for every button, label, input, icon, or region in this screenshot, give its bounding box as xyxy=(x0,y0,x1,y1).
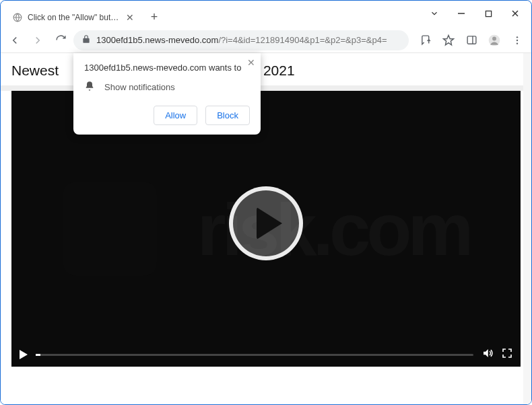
svg-rect-2 xyxy=(486,11,491,16)
popup-title: 1300efd1b5.news-mevedo.com wants to xyxy=(84,63,250,73)
reload-button[interactable] xyxy=(51,30,71,50)
svg-rect-5 xyxy=(467,36,476,44)
tab-favicon-globe-icon xyxy=(13,12,22,23)
progress-bar[interactable] xyxy=(36,354,473,356)
popup-close-icon[interactable]: ✕ xyxy=(247,57,255,68)
play-button[interactable] xyxy=(229,186,303,260)
svg-point-11 xyxy=(517,42,518,44)
minimize-icon[interactable] xyxy=(448,3,475,24)
svg-point-10 xyxy=(517,39,518,40)
address-bar[interactable]: 1300efd1b5.news-mevedo.com/?i=4&id=12189… xyxy=(73,30,409,50)
watermark-badge xyxy=(63,182,157,276)
toolbar-right-icons xyxy=(415,30,527,50)
fullscreen-icon[interactable] xyxy=(502,348,512,361)
vertical-scrollbar[interactable] xyxy=(523,53,531,404)
bookmark-star-icon[interactable] xyxy=(438,30,459,50)
progress-fill xyxy=(36,354,40,356)
popup-message: Show notifications xyxy=(104,82,175,92)
volume-icon[interactable] xyxy=(481,347,494,362)
share-icon[interactable] xyxy=(415,30,436,50)
maximize-icon[interactable] xyxy=(475,3,502,24)
tab-close-icon[interactable]: ✕ xyxy=(126,12,135,23)
chevron-down-icon[interactable] xyxy=(421,3,448,24)
controls-play-icon[interactable] xyxy=(20,350,28,359)
page-content: Newest in 2021 risk.com ✕ 1300efd1b5.new… xyxy=(1,53,531,404)
popup-message-row: Show notifications xyxy=(84,81,250,94)
svg-point-9 xyxy=(517,36,518,38)
side-panel-icon[interactable] xyxy=(461,30,481,50)
window-titlebar: Click on the "Allow" button to pl... ✕ + xyxy=(1,1,531,28)
lock-icon xyxy=(81,34,91,46)
window-controls xyxy=(421,3,529,24)
heading-prefix: Newest xyxy=(11,63,59,78)
play-icon xyxy=(257,207,282,240)
kebab-menu-icon[interactable] xyxy=(507,30,527,50)
allow-button[interactable]: Allow xyxy=(154,106,197,125)
back-button[interactable] xyxy=(5,30,25,50)
bell-icon xyxy=(84,81,95,94)
new-tab-button[interactable]: + xyxy=(145,7,164,26)
popup-actions: Allow Block xyxy=(84,106,250,125)
browser-tab[interactable]: Click on the "Allow" button to pl... ✕ xyxy=(6,7,141,28)
player-controls xyxy=(11,342,521,367)
url-host: 1300efd1b5.news-mevedo.com xyxy=(96,35,218,45)
url-text: 1300efd1b5.news-mevedo.com/?i=4&id=12189… xyxy=(96,35,387,45)
url-path: /?i=4&id=1218914904&p1=&p2=&p3=&p4= xyxy=(218,35,387,45)
tab-title: Click on the "Allow" button to pl... xyxy=(28,13,121,22)
profile-avatar-icon[interactable] xyxy=(484,30,504,50)
forward-button[interactable] xyxy=(28,30,48,50)
browser-toolbar: 1300efd1b5.news-mevedo.com/?i=4&id=12189… xyxy=(1,28,531,53)
block-button[interactable]: Block xyxy=(205,106,250,125)
close-window-icon[interactable] xyxy=(502,3,529,24)
notification-permission-popup: ✕ 1300efd1b5.news-mevedo.com wants to Sh… xyxy=(73,53,261,135)
svg-point-8 xyxy=(492,36,496,40)
tab-strip: Click on the "Allow" button to pl... ✕ + xyxy=(1,1,421,28)
